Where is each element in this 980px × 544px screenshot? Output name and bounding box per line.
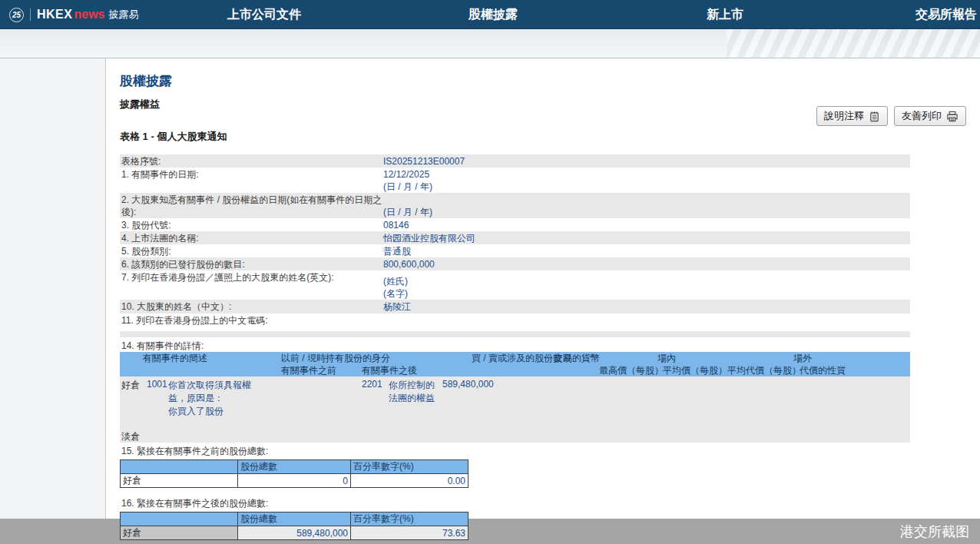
form-row-english-name: 7. 列印在香港身份證／護照上的大股東的姓名(英文): (姓氏) (名字) [120, 270, 910, 300]
nav-item-new-listings[interactable]: 新上市 [707, 0, 743, 29]
nav-item-exchange-reports[interactable]: 交易所報告 [915, 0, 977, 29]
form-row-chinese-code: 11. 列印在香港身份證上的中文電碼: [120, 313, 910, 327]
page-subtitle: 披露權益 [120, 98, 160, 111]
explanatory-notes-label: 說明注釋 [824, 109, 864, 123]
form-row-share-class: 5. 股份類別: 普通股 [120, 244, 910, 257]
nav-item-listed-company-docs[interactable]: 上市公司文件 [227, 0, 301, 29]
s15-col-shares: 股份總數 [238, 460, 351, 474]
s16-col-empty [121, 512, 238, 526]
s15-row-long: 好倉 0 0.00 [121, 474, 468, 488]
s16-col-pct: 百分率數字(%) [351, 512, 468, 526]
shares-involved-number: 589,480,000 [442, 378, 494, 391]
section14-label: 14. 有關事件的詳情: [120, 340, 910, 352]
content-panel: 股權披露 披露權益 說明注釋 友善列印 [105, 58, 980, 544]
page-title: 股權披露 [120, 72, 172, 90]
form-row-aware-date: 2. 大股東知悉有關事件 / 股份權益的日期(如在有關事件的日期之後): (日 … [120, 193, 910, 218]
section14-header: 有關事件的簡述 以前 / 現時持有股份的身分 買 / 賣或涉及的股份數目 交易的… [120, 352, 910, 376]
section16-label: 16. 緊接在有關事件之後的股份總數: [120, 497, 910, 509]
form-row-event-date: 1. 有關事件的日期: 12/12/2025 (日 / 月 / 年) [120, 168, 910, 193]
form-row-serial: 表格序號: IS20251213E00007 [120, 154, 910, 168]
form-title: 表格 1 - 個人大股東通知 [120, 130, 227, 144]
logo-news-text: news [74, 8, 104, 22]
form-row-stock-code: 3. 股份代號: 08146 [120, 218, 910, 231]
capacity-code-after: 2201 [362, 378, 382, 391]
s15-col-pct: 百分率數字(%) [351, 460, 468, 474]
nav-item-disclosure-of-interests[interactable]: 股權披露 [468, 0, 518, 29]
section15-table: 股份總數 百分率數字(%) 好倉 0 0.00 [120, 459, 468, 488]
form-body: 表格序號: IS20251213E00007 1. 有關事件的日期: 12/12… [120, 154, 910, 543]
hkexnews-logo[interactable]: 25 HKEX news 披露易 [9, 0, 138, 29]
form-row-chinese-name: 10. 大股東的姓名（中文）: 杨陵江 [120, 300, 910, 313]
logo-divider [30, 8, 31, 21]
anniversary-25-icon: 25 [9, 8, 24, 22]
form-row-corporation-name: 4. 上市法團的名稱: 怡园酒业控股有限公司 [120, 231, 910, 244]
explanatory-notes-button[interactable]: 說明注釋 [816, 106, 888, 126]
printer-icon [946, 111, 958, 122]
notepad-icon [869, 111, 880, 122]
capacity-after-text: 你所控制的法團的權益 [389, 379, 438, 405]
s16-row-long: 好倉 589,480,000 73.63 [121, 526, 468, 540]
form-row-issued-shares: 6. 該類別的已發行股份的數目: 800,600,000 [120, 257, 910, 270]
print-friendly-button[interactable]: 友善列印 [894, 106, 966, 126]
short-position-label: 淡倉 [121, 430, 140, 443]
section15-label: 15. 緊接在有關事件之前的股份總數: [120, 445, 910, 457]
s16-col-shares: 股份總數 [238, 512, 351, 526]
logo-hkex-text: HKEX [37, 8, 72, 22]
watermark-text: 港交所截图 [900, 522, 969, 541]
section14-body: 好倉 1001 你首次取得須具報權益，原因是： 你買入了股份 2201 你所控制… [120, 376, 910, 443]
logo-chinese-text: 披露易 [108, 8, 138, 22]
event-code-before: 1001 [147, 378, 167, 391]
print-friendly-label: 友善列印 [902, 109, 942, 123]
s15-col-empty [121, 460, 238, 474]
event-description: 你首次取得須具報權益，原因是： 你買入了股份 [168, 379, 259, 418]
toolbar: 說明注釋 友善列印 [816, 106, 966, 126]
empty-stripe-row [120, 331, 910, 337]
long-position-label: 好倉 [121, 379, 140, 392]
header-banner [0, 29, 980, 58]
top-nav: 25 HKEX news 披露易 上市公司文件 股權披露 新上市 交易所報告 [0, 0, 980, 29]
section16-table: 股份總數 百分率數字(%) 好倉 589,480,000 73.63 [120, 512, 468, 540]
